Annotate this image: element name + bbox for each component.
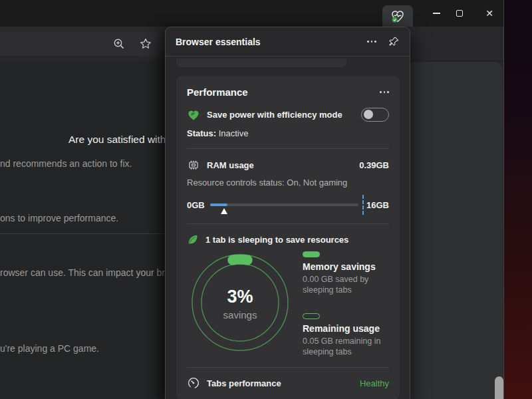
maximize-button[interactable]	[446, 0, 473, 27]
chart-legend: Memory savings 0.00 GB saved by sleeping…	[303, 249, 389, 357]
resource-controls-status: Resource controls status: On, Not gaming	[187, 178, 389, 188]
scrollbar-thumb[interactable]	[495, 376, 503, 399]
page-text-fragment: rowser can use. This can impact your bro	[0, 267, 170, 278]
ram-usage-value: 0.39GB	[359, 160, 389, 170]
efficiency-heart-leaf-icon	[187, 108, 200, 122]
savings-label: savings	[223, 309, 257, 321]
flyout-header: Browser essentials	[166, 27, 410, 57]
slider-track[interactable]	[210, 203, 358, 206]
savings-donut-chart: 3% savings	[187, 249, 293, 356]
flyout-more-icon[interactable]	[367, 41, 376, 43]
slider-fill	[210, 203, 227, 206]
window-edge	[503, 0, 504, 399]
ram-chip-icon	[187, 158, 200, 172]
ram-usage-label: RAM usage	[207, 160, 352, 170]
memory-savings-marker	[303, 251, 320, 257]
pin-icon[interactable]	[388, 36, 400, 47]
scrolled-card-remnant	[176, 59, 346, 67]
performance-more-icon[interactable]	[380, 91, 389, 93]
divider	[187, 148, 389, 149]
tabs-performance-label: Tabs performance	[207, 378, 353, 388]
remaining-usage-marker	[303, 313, 320, 319]
page-heading-fragment: Are you satisfied with pe	[68, 134, 180, 146]
close-button[interactable]: ✕	[475, 0, 503, 27]
heart-pulse-icon	[390, 9, 405, 23]
flyout-title: Browser essentials	[176, 37, 367, 47]
settings-page-card	[399, 62, 503, 399]
ram-range-slider[interactable]: 0GB 16GB	[187, 196, 389, 213]
titlebar: ✕	[0, 0, 504, 27]
divider	[187, 367, 389, 368]
browser-essentials-toolbar-button[interactable]	[382, 5, 413, 27]
efficiency-status: Status: Inactive	[187, 128, 389, 138]
efficiency-mode-toggle[interactable]	[361, 108, 389, 122]
page-text-fragment: u're playing a PC game.	[0, 343, 99, 354]
minimize-icon	[433, 13, 440, 14]
zoom-in-icon[interactable]	[112, 37, 126, 51]
maximize-icon	[456, 10, 463, 17]
divider	[187, 223, 389, 224]
tabs-performance-row[interactable]: Tabs performance Healthy	[187, 376, 389, 390]
toggle-knob	[364, 110, 374, 120]
range-max-label: 16GB	[366, 200, 389, 210]
savings-percent: 3%	[227, 287, 253, 307]
sleeping-tabs-header: 1 tab is sleeping to save resources	[205, 235, 389, 245]
remaining-usage-desc: 0.05 GB remaining in sleeping tabs	[303, 336, 389, 357]
page-text-fragment: nd recommends an action to fix.	[0, 158, 132, 169]
efficiency-mode-label: Save power with efficiency mode	[207, 110, 354, 120]
sleeping-leaf-icon	[187, 233, 199, 245]
tabs-performance-status: Healthy	[360, 378, 389, 388]
slider-marker-icon[interactable]	[221, 208, 227, 214]
browser-essentials-flyout: Browser essentials Performance	[165, 27, 410, 399]
performance-card: Performance Save power with efficiency m…	[176, 76, 400, 399]
savings-chart-row: 3% savings Memory savings 0.00 GB saved …	[187, 249, 389, 357]
memory-savings-desc: 0.00 GB saved by sleeping tabs	[303, 274, 389, 295]
page-text-fragment: ons to improve performance.	[0, 213, 118, 223]
remaining-usage-title: Remaining usage	[303, 323, 389, 334]
gauge-icon	[187, 376, 200, 390]
close-icon: ✕	[485, 8, 493, 19]
memory-savings-title: Memory savings	[303, 261, 389, 272]
address-bar[interactable]	[0, 31, 166, 56]
range-min-label: 0GB	[187, 200, 205, 210]
limit-dashed-line	[362, 195, 364, 215]
favorites-star-icon[interactable]	[138, 37, 152, 51]
screen: ✕	[0, 0, 532, 399]
page-divider	[0, 233, 165, 234]
performance-title: Performance	[187, 86, 248, 98]
